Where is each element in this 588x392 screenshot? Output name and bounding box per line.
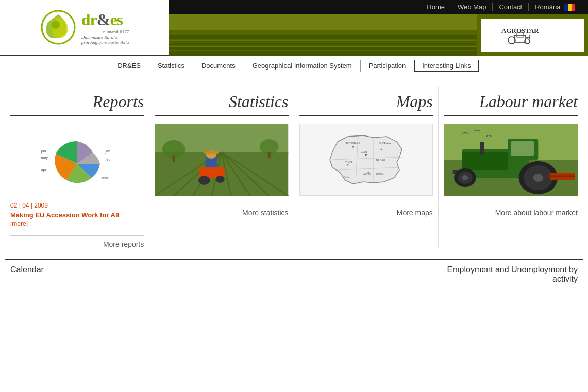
svg-point-72 <box>462 175 468 180</box>
svg-point-47 <box>352 146 354 148</box>
svg-rect-65 <box>480 142 484 155</box>
agrostar-box: AGROSTAR <box>481 19 584 52</box>
nav-links[interactable]: Interesting Links <box>414 60 479 72</box>
svg-point-50 <box>347 164 349 166</box>
more-statistics-link[interactable]: More statistics <box>155 204 288 217</box>
bottom-calendar-col: Calendar <box>5 260 149 287</box>
banner-green <box>169 14 477 56</box>
report-more-inline[interactable]: [more] <box>10 220 144 227</box>
romania-map-image: SATU MARE SUCEAVA CLUJ TIMIS BACAU ARGE … <box>299 124 433 196</box>
report-date: 02 | 04 | 2009 <box>10 202 144 209</box>
svg-text:jan: jan <box>105 149 110 154</box>
svg-rect-12 <box>514 35 526 42</box>
svg-text:may: may <box>41 155 48 160</box>
main-content: Reports <box>0 76 588 298</box>
header: dr&es numarul 6177 Dinamizare Rurală pri… <box>0 0 588 56</box>
more-labour-link[interactable]: More about labour market <box>444 204 578 217</box>
nav-dres[interactable]: DR&ES <box>109 60 149 72</box>
tractor-svg <box>444 124 578 196</box>
pie-chart-area: jun may apr jan feb mar <box>10 124 144 196</box>
svg-text:CLUJ: CLUJ <box>361 150 367 154</box>
field-svg <box>169 14 477 56</box>
home-link[interactable]: Home <box>421 3 451 11</box>
nav-documents[interactable]: Documents <box>193 60 244 72</box>
statistics-image <box>155 124 288 196</box>
statistics-title: Statistics <box>155 87 288 116</box>
svg-rect-40 <box>173 155 175 162</box>
svg-rect-8 <box>169 14 477 30</box>
reports-column: Reports <box>5 87 149 248</box>
bottom-employment-col: Employment and Unemployment by activity <box>439 260 583 287</box>
banner: AGROSTAR <box>169 14 588 56</box>
svg-text:SUCEAVA: SUCEAVA <box>379 142 391 145</box>
brand-name: dr&es <box>81 10 129 29</box>
svg-text:apr: apr <box>41 167 46 172</box>
maps-column: Maps SATU MA <box>294 87 439 248</box>
logo-number: numarul 6177 <box>81 29 129 35</box>
labour-column: Labour market <box>439 87 583 248</box>
svg-text:feb: feb <box>105 157 110 162</box>
statistics-column: Statistics <box>149 87 294 248</box>
logo-tagline2: prin Angajare Sustenibilă <box>81 40 129 45</box>
romania-map-svg: SATU MARE SUCEAVA CLUJ TIMIS BACAU ARGE … <box>317 126 415 193</box>
svg-text:TIMIS: TIMIS <box>345 161 352 164</box>
svg-rect-41 <box>268 152 271 158</box>
svg-point-37 <box>216 176 225 183</box>
svg-rect-3 <box>169 35 477 56</box>
logo-area: dr&es numarul 6177 Dinamizare Rurală pri… <box>0 0 169 56</box>
svg-point-69 <box>533 174 543 182</box>
agrostar-logo: AGROSTAR <box>501 26 563 44</box>
romana-link[interactable]: Română <box>529 3 582 11</box>
calendar-label: Calendar <box>10 265 144 278</box>
farm-svg <box>155 124 288 196</box>
bottom-col-3 <box>294 260 439 287</box>
nav-statistics[interactable]: Statistics <box>149 60 193 72</box>
webmap-link[interactable]: Web Map <box>451 3 493 11</box>
svg-text:AGROSTAR: AGROSTAR <box>501 27 539 35</box>
reports-title: Reports <box>10 87 144 116</box>
pie-chart: jun may apr jan feb mar <box>36 126 119 193</box>
header-right: Home Web Map Contact Română <box>169 0 588 56</box>
employment-label: Employment and Unemployment by activity <box>444 265 578 287</box>
svg-text:ARGE: ARGE <box>363 173 371 176</box>
svg-text:jun: jun <box>40 149 46 154</box>
svg-rect-63 <box>511 141 534 156</box>
labour-image <box>444 124 578 196</box>
svg-text:ILFOV: ILFOV <box>376 173 384 176</box>
more-reports-link[interactable]: More reports <box>10 235 144 248</box>
bottom-row: Calendar Employment and Unemployment by … <box>5 259 583 287</box>
svg-text:SATU MARE: SATU MARE <box>345 142 360 145</box>
svg-text:BACAU: BACAU <box>376 159 385 162</box>
logo-text: dr&es numarul 6177 Dinamizare Rurală pri… <box>81 10 129 45</box>
svg-rect-64 <box>462 152 508 170</box>
four-column-grid: Reports <box>5 87 583 248</box>
svg-point-34 <box>204 151 219 154</box>
labour-title: Labour market <box>444 87 578 116</box>
svg-point-36 <box>198 176 210 185</box>
main-navigation: DR&ES Statistics Documents Geographical … <box>0 56 588 76</box>
svg-point-48 <box>381 149 382 150</box>
agrostar-tractor-svg: AGROSTAR <box>501 26 563 44</box>
logo-container: dr&es numarul 6177 Dinamizare Rurală pri… <box>40 9 129 45</box>
svg-point-46 <box>365 154 367 156</box>
maps-title: Maps <box>299 87 433 116</box>
logo-tagline1: Dinamizare Rurală <box>81 35 129 40</box>
bottom-col-2 <box>149 260 294 287</box>
svg-text:mar: mar <box>102 176 109 180</box>
contact-link[interactable]: Contact <box>493 3 529 11</box>
nav-gis[interactable]: Geographical Information System <box>244 60 361 72</box>
logo-icon <box>40 9 76 45</box>
nav-participation[interactable]: Participation <box>361 60 415 72</box>
svg-point-1 <box>52 21 60 29</box>
top-navigation: Home Web Map Contact Română <box>169 0 588 14</box>
svg-text:DOLJ: DOLJ <box>343 175 349 178</box>
more-maps-link[interactable]: More maps <box>299 204 433 217</box>
flag-icon <box>564 4 576 11</box>
report-article-title[interactable]: Making EU Accession Work for All <box>10 211 144 219</box>
